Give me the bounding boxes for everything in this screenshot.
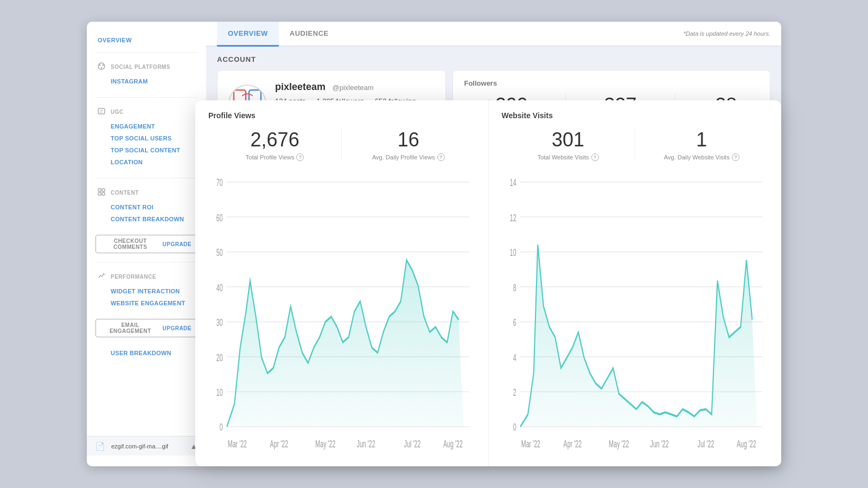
svg-text:Jul '22: Jul '22 bbox=[404, 438, 421, 450]
svg-text:6: 6 bbox=[513, 317, 516, 328]
overlay-panels: Profile Views 2,676 Total Profile Views … bbox=[195, 100, 781, 466]
svg-text:14: 14 bbox=[509, 177, 516, 188]
total-wv-info-icon[interactable]: ? bbox=[591, 153, 599, 161]
account-title: ACCOUNT bbox=[217, 55, 770, 63]
svg-text:0: 0 bbox=[220, 421, 223, 433]
sidebar-content-breakdown-link[interactable]: CONTENT BREAKDOWN bbox=[98, 213, 195, 225]
checkout-comments-upgrade-button[interactable]: CHECKOUT COMMENTS UPGRADE bbox=[95, 235, 197, 253]
total-website-visits-number: 301 bbox=[507, 129, 629, 151]
social-platforms-label: SOCIAL PLATFORMS bbox=[111, 64, 170, 70]
tabs-info-text: *Data is updated every 24 hours. bbox=[684, 30, 770, 37]
sidebar: OVERVIEW SOCIAL PLATFORMS INSTAGRAM UGC … bbox=[87, 22, 206, 466]
content-label: CONTENT bbox=[111, 190, 139, 196]
svg-text:20: 20 bbox=[216, 351, 223, 363]
sidebar-website-engagement-link[interactable]: WEBSITE ENGAGEMENT bbox=[98, 297, 195, 309]
svg-point-2 bbox=[103, 65, 104, 66]
avg-profile-views-stat: 16 Avg. Daily Profile Views ? bbox=[342, 129, 475, 161]
svg-text:Jun '22: Jun '22 bbox=[650, 438, 668, 450]
svg-text:Jun '22: Jun '22 bbox=[357, 438, 375, 450]
file-name: ezgif.com-gif-ma....gif bbox=[111, 443, 168, 450]
svg-rect-6 bbox=[102, 189, 105, 191]
sidebar-location-link[interactable]: LOCATION bbox=[98, 156, 195, 168]
total-profile-views-stat: 2,676 Total Profile Views ? bbox=[208, 129, 342, 161]
svg-rect-8 bbox=[102, 192, 105, 195]
total-pv-info-icon[interactable]: ? bbox=[296, 153, 304, 161]
checkout-comments-label: CHECKOUT COMMENTS bbox=[101, 238, 159, 250]
sidebar-top-social-content-link[interactable]: TOP SOCIAL CONTENT bbox=[98, 144, 195, 156]
sidebar-top-social-users-link[interactable]: TOP SOCIAL USERS bbox=[98, 132, 195, 144]
tab-overview[interactable]: OVERVIEW bbox=[217, 22, 279, 47]
website-visits-stats: 301 Total Website Visits ? 1 Avg. Daily … bbox=[502, 129, 769, 161]
file-icon: 📄 bbox=[95, 442, 105, 451]
total-website-visits-stat: 301 Total Website Visits ? bbox=[502, 129, 635, 161]
content-icon bbox=[98, 188, 106, 197]
svg-point-3 bbox=[101, 67, 103, 69]
svg-text:Jul '22: Jul '22 bbox=[697, 438, 714, 450]
website-visits-title: Website Visits bbox=[502, 111, 769, 120]
ugc-icon bbox=[98, 107, 106, 116]
avg-website-visits-number: 1 bbox=[641, 129, 763, 151]
svg-text:60: 60 bbox=[216, 211, 223, 223]
profile-views-stats: 2,676 Total Profile Views ? 16 Avg. Dail… bbox=[208, 129, 475, 161]
svg-text:4: 4 bbox=[513, 351, 516, 363]
svg-text:Mar '22: Mar '22 bbox=[521, 438, 540, 450]
website-visits-panel: Website Visits 301 Total Website Visits … bbox=[489, 100, 782, 466]
ugc-label: UGC bbox=[111, 109, 124, 115]
social-platforms-icon bbox=[98, 62, 106, 71]
svg-text:40: 40 bbox=[216, 281, 223, 293]
profile-views-title: Profile Views bbox=[208, 111, 475, 120]
avg-wv-info-icon[interactable]: ? bbox=[732, 153, 739, 161]
svg-text:12: 12 bbox=[509, 211, 516, 223]
upgrade-label: UPGRADE bbox=[162, 241, 192, 247]
tab-audience[interactable]: AUDIENCE bbox=[279, 22, 340, 47]
sidebar-overview-link[interactable]: OVERVIEW bbox=[87, 33, 206, 48]
email-engagement-upgrade-button[interactable]: EMAIL ENGAGEMENT UPGRADE bbox=[95, 319, 197, 337]
sidebar-instagram-link[interactable]: INSTAGRAM bbox=[98, 75, 195, 87]
avg-website-visits-label: Avg. Daily Website Visits ? bbox=[641, 153, 763, 161]
svg-text:May '22: May '22 bbox=[609, 438, 629, 450]
svg-rect-4 bbox=[98, 108, 105, 114]
svg-text:Mar '22: Mar '22 bbox=[228, 438, 247, 450]
tabs-bar: OVERVIEW AUDIENCE *Data is updated every… bbox=[206, 22, 781, 47]
svg-text:50: 50 bbox=[216, 247, 223, 258]
svg-text:70: 70 bbox=[216, 177, 223, 188]
avg-website-visits-stat: 1 Avg. Daily Website Visits ? bbox=[635, 129, 768, 161]
email-engagement-label: EMAIL ENGAGEMENT bbox=[101, 322, 159, 334]
profile-views-panel: Profile Views 2,676 Total Profile Views … bbox=[195, 100, 489, 466]
svg-rect-7 bbox=[98, 192, 101, 195]
svg-text:Apr '22: Apr '22 bbox=[563, 438, 581, 450]
svg-text:10: 10 bbox=[509, 247, 516, 258]
sidebar-engagement-link[interactable]: ENGAGEMENT bbox=[98, 120, 195, 132]
profile-name: pixleeteam bbox=[275, 81, 326, 92]
svg-text:0: 0 bbox=[513, 421, 516, 433]
sidebar-widget-interaction-link[interactable]: WIDGET INTERACTION bbox=[98, 285, 195, 297]
overlay-container: Profile Views 2,676 Total Profile Views … bbox=[195, 100, 781, 466]
bottom-file-bar: 📄 ezgif.com-gif-ma....gif ▲ bbox=[87, 436, 206, 455]
svg-text:Aug '22: Aug '22 bbox=[736, 438, 756, 450]
avg-profile-views-label: Avg. Daily Profile Views ? bbox=[347, 153, 469, 161]
avg-profile-views-number: 16 bbox=[347, 129, 469, 151]
svg-text:Aug '22: Aug '22 bbox=[443, 438, 463, 450]
website-visits-chart: 14 12 10 8 6 4 2 0 bbox=[502, 168, 769, 455]
sidebar-content-roi-link[interactable]: CONTENT ROI bbox=[98, 201, 195, 213]
svg-text:30: 30 bbox=[216, 317, 223, 328]
svg-point-1 bbox=[99, 65, 101, 66]
followers-card-title: Followers bbox=[464, 79, 759, 87]
performance-icon bbox=[98, 272, 106, 281]
profile-handle: @pixleeteam bbox=[333, 84, 374, 92]
profile-views-chart: 70 60 50 40 30 20 10 0 bbox=[208, 168, 475, 455]
total-profile-views-number: 2,676 bbox=[214, 129, 336, 151]
avg-pv-info-icon[interactable]: ? bbox=[437, 153, 445, 161]
performance-label: PERFORMANCE bbox=[111, 274, 156, 280]
total-profile-views-label: Total Profile Views ? bbox=[214, 153, 336, 161]
svg-text:May '22: May '22 bbox=[315, 438, 335, 450]
svg-text:Apr '22: Apr '22 bbox=[270, 438, 288, 450]
svg-rect-5 bbox=[98, 189, 101, 191]
svg-text:8: 8 bbox=[513, 281, 516, 293]
upgrade-label-2: UPGRADE bbox=[162, 325, 192, 331]
sidebar-user-breakdown-link[interactable]: USER BREAKDOWN bbox=[98, 347, 195, 359]
svg-text:10: 10 bbox=[216, 387, 223, 398]
svg-text:2: 2 bbox=[513, 387, 516, 398]
total-website-visits-label: Total Website Visits ? bbox=[507, 153, 629, 161]
